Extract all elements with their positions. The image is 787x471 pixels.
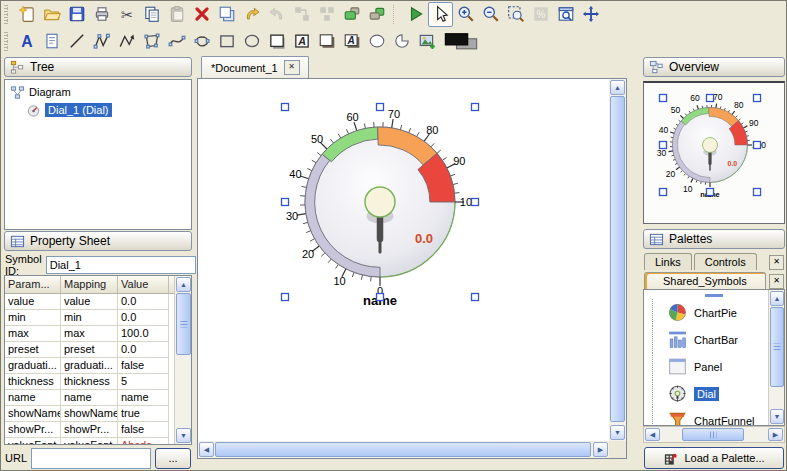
property-row[interactable]: maxmax100.0 — [5, 326, 191, 342]
scroll-left-button[interactable]: ◀ — [199, 442, 214, 457]
zoom-rect-button[interactable] — [503, 2, 528, 27]
scroll-down-button[interactable]: ▼ — [770, 409, 784, 424]
overview-panel-header[interactable]: Overview — [643, 57, 785, 77]
bring-to-front-button[interactable] — [339, 2, 364, 27]
overview-mode-button[interactable] — [553, 2, 578, 27]
tree-node-dial[interactable]: Dial_1 (Dial) — [5, 101, 191, 119]
line-tool-button[interactable] — [64, 29, 89, 54]
overview-dial: 01020304050607080901000.0name — [644, 83, 784, 222]
zoom-out-button[interactable] — [478, 2, 503, 27]
property-row[interactable]: namenamename — [5, 390, 191, 406]
property-row[interactable]: thicknessthickness5 — [5, 374, 191, 390]
symbol-id-field[interactable] — [46, 256, 196, 274]
palettes-panel-header[interactable]: Palettes — [643, 229, 785, 249]
dial-widget[interactable]: 01020304050607080901000.0name — [198, 79, 609, 441]
shadow-box-tool-button[interactable] — [314, 29, 339, 54]
scroll-thumb[interactable] — [215, 442, 591, 457]
run-button[interactable] — [403, 2, 428, 27]
scroll-thumb[interactable] — [176, 293, 191, 355]
scroll-right-button[interactable]: ▶ — [593, 442, 608, 457]
palette-hscrollbar[interactable]: ◀ ▶ — [643, 426, 785, 443]
copy-button[interactable] — [139, 2, 164, 27]
palette-vscrollbar[interactable]: ▲ ▼ — [768, 290, 784, 425]
scroll-right-button[interactable]: ▶ — [768, 428, 783, 441]
property-sheet-header[interactable]: Property Sheet — [4, 231, 192, 251]
closed-curve-tool-button[interactable] — [189, 29, 214, 54]
panel-tool-button[interactable] — [264, 29, 289, 54]
undo-button[interactable] — [239, 2, 264, 27]
add-image-tool-button[interactable] — [414, 29, 439, 54]
canvas-hscrollbar[interactable]: ◀ ▶ — [198, 441, 609, 458]
clone-button[interactable] — [214, 2, 239, 27]
palette-item-panel[interactable]: Panel — [644, 353, 784, 380]
cut-button[interactable]: ✂ — [114, 2, 139, 27]
palette-item-chartpie[interactable]: ChartPie — [644, 299, 784, 326]
curve-tool-button[interactable] — [164, 29, 189, 54]
new-document-button[interactable] — [14, 2, 39, 27]
column-header[interactable]: Param... — [5, 276, 61, 293]
palette-tab-links[interactable]: Links — [644, 253, 692, 270]
dark-text-box-tool-button[interactable]: A — [339, 29, 364, 54]
scroll-down-button[interactable]: ▼ — [610, 425, 625, 440]
property-row[interactable]: graduati...graduati...false — [5, 358, 191, 374]
ellipse-tool-button[interactable] — [364, 29, 389, 54]
zoom-in-button[interactable] — [453, 2, 478, 27]
toolbar-grip[interactable] — [4, 5, 8, 24]
canvas-vscrollbar[interactable]: ▲ ▼ — [609, 79, 626, 441]
note-tool-button[interactable] — [39, 29, 64, 54]
svg-text:%: % — [536, 9, 545, 20]
scroll-thumb[interactable] — [682, 428, 744, 441]
scroll-left-button[interactable]: ◀ — [645, 428, 660, 441]
scroll-up-button[interactable]: ▲ — [176, 277, 191, 292]
tree-node-diagram[interactable]: Diagram — [5, 80, 191, 101]
tree-connector — [652, 299, 665, 326]
palette-item-chartfunnel[interactable]: ChartFunnel — [644, 407, 784, 426]
scroll-thumb[interactable] — [610, 96, 625, 422]
overview-canvas[interactable]: 01020304050607080901000.0name — [643, 81, 785, 224]
property-scrollbar[interactable]: ▲ ▼ — [174, 276, 191, 444]
text-box-tool-button[interactable]: A — [289, 29, 314, 54]
palette-tab-close-icon[interactable]: ✕ — [769, 274, 784, 289]
property-row[interactable]: valueFontvalueFontAbcde — [5, 438, 191, 445]
column-header[interactable]: Mapping — [61, 276, 118, 293]
property-row[interactable]: minmin0.0 — [5, 310, 191, 326]
palette-item-chartbar[interactable]: ChartBar — [644, 326, 784, 353]
open-button[interactable] — [39, 2, 64, 27]
load-palette-button[interactable]: Load a Palette... — [644, 447, 784, 469]
property-row[interactable]: showPr...showPr...false — [5, 422, 191, 438]
scroll-thumb[interactable] — [770, 307, 784, 387]
delete-button[interactable] — [189, 2, 214, 27]
color-swatches-button[interactable] — [439, 29, 483, 54]
palette-item-dial[interactable]: Dial — [644, 380, 784, 407]
tree-panel-header[interactable]: Tree — [4, 57, 192, 77]
diagram-canvas[interactable]: 01020304050607080901000.0name ▲ ▼ ◀ ▶ — [197, 78, 627, 459]
url-browse-button[interactable]: ... — [155, 448, 191, 469]
palette-tab-close-icon[interactable]: ✕ — [769, 255, 784, 270]
document-tab[interactable]: *Document_1 ✕ — [201, 56, 309, 78]
arrow-line-tool-button[interactable] — [114, 29, 139, 54]
document-tab-close-icon[interactable]: ✕ — [284, 60, 300, 75]
ellipse-outline-tool-button[interactable] — [239, 29, 264, 54]
rect-outline-tool-button[interactable] — [214, 29, 239, 54]
save-button[interactable] — [64, 2, 89, 27]
property-row[interactable]: valuevalue0.0 — [5, 294, 191, 310]
scroll-up-button[interactable]: ▲ — [770, 291, 784, 306]
property-row[interactable]: showNameshowNametrue — [5, 406, 191, 422]
column-header[interactable]: Value — [118, 276, 169, 293]
scroll-up-button[interactable]: ▲ — [610, 80, 625, 95]
palette-tab-controls[interactable]: Controls — [694, 253, 757, 270]
send-to-back-button[interactable] — [364, 2, 389, 27]
polygon-tool-button[interactable] — [139, 29, 164, 54]
toolbar-grip[interactable] — [4, 32, 8, 51]
palette-tab-shared-symbols[interactable]: Shared_Symbols — [644, 272, 766, 289]
arc-tool-button[interactable] — [389, 29, 414, 54]
polyline-tool-button[interactable] — [89, 29, 114, 54]
url-input[interactable] — [31, 448, 151, 469]
property-row[interactable]: presetpreset0.0 — [5, 342, 191, 358]
scroll-down-button[interactable]: ▼ — [176, 428, 191, 443]
chart-funnel-icon — [667, 410, 694, 426]
pointer-button[interactable] — [428, 2, 453, 27]
pan-button[interactable] — [578, 2, 603, 27]
print-button[interactable] — [89, 2, 114, 27]
text-tool-button[interactable]: A — [14, 29, 39, 54]
